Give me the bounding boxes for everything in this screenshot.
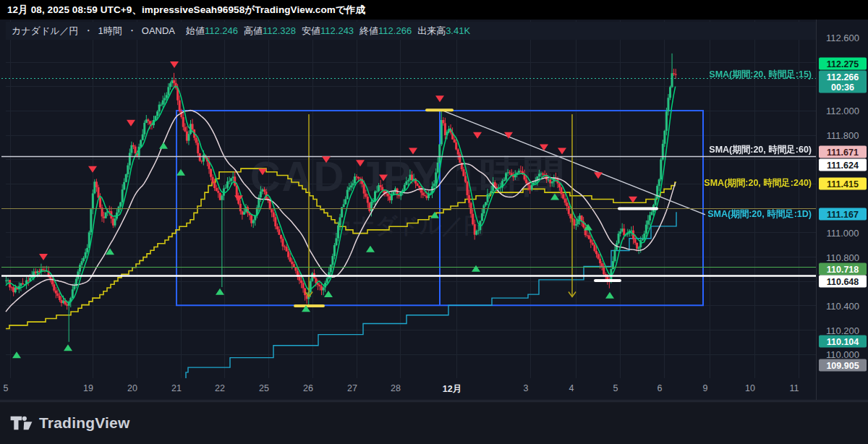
time-axis-tick: 27	[347, 383, 357, 393]
price-axis-tick: 112.600	[817, 33, 868, 43]
time-axis-tick: 5	[613, 383, 618, 393]
price-label-chip: 110.104	[819, 336, 867, 348]
price-axis-tick: 110.400	[817, 301, 868, 312]
sma-indicator-label[interactable]: SMA(期間:20, 時間足:15)	[709, 69, 812, 81]
tradingview-snapshot: 12月 08, 2025 08:59 UTC+9、impressiveSeah9…	[0, 0, 868, 444]
legend-field-value: 112.328	[263, 25, 296, 36]
legend-field-value: 112.243	[320, 25, 354, 36]
sma-indicator-label[interactable]: SMA(期間:20, 時間足:1D)	[707, 208, 812, 221]
time-axis-tick: 21	[171, 383, 182, 393]
price-label-chip: 111.671	[819, 146, 867, 158]
tradingview-logo-icon[interactable]	[10, 415, 33, 431]
legend-separator: ・	[84, 25, 93, 38]
time-axis-tick: 26	[303, 383, 313, 393]
legend-field-label: 出来高	[417, 25, 446, 36]
sma-indicator-label[interactable]: SMA(期間:20, 時間足:60)	[709, 144, 812, 156]
time-axis-tick: 3	[524, 383, 529, 393]
legend-separator: ・	[127, 25, 137, 38]
time-axis-tick: 5	[4, 383, 9, 393]
legend-field-label: 始値	[186, 25, 205, 36]
time-axis-tick: 19	[83, 383, 93, 393]
price-axis[interactable]: 112.600112.000111.800111.000110.800110.4…	[816, 20, 868, 401]
price-axis-tick: 111.000	[817, 228, 868, 239]
time-axis-tick: 4	[569, 383, 574, 393]
price-label-chip: 111.415	[819, 178, 867, 190]
price-axis-tick: 110.800	[817, 252, 868, 263]
price-label-chip: 112.275	[819, 58, 867, 70]
time-axis-tick: 22	[215, 383, 225, 393]
price-label-chip: 111.624	[819, 159, 867, 171]
time-axis[interactable]: 5192021222526272812月345691011	[0, 378, 816, 401]
price-axis-tick: 110.000	[817, 349, 868, 360]
price-label-chip: 110.718	[819, 263, 867, 276]
sma-indicator-label[interactable]: SMA(期間:20, 時間足:240)	[704, 177, 812, 189]
price-axis-tick: 111.800	[817, 130, 868, 141]
legend-field-value: 112.246	[205, 25, 238, 36]
legend-field-label: 安値	[302, 25, 320, 36]
chart-legend[interactable]: カナダドル／円 ・ 1時間 ・ OANDA 始値112.246高値112.328…	[6, 22, 816, 40]
legend-field-value: 3.41K	[446, 25, 470, 36]
price-label-chip: 111.167	[819, 208, 867, 221]
legend-ohlc-fields: 始値112.246高値112.328安値112.243終値112.266出来高3…	[180, 25, 470, 38]
footer-bar: TradingView	[0, 401, 868, 444]
legend-field-label: 終値	[359, 25, 378, 36]
time-axis-tick: 20	[127, 383, 137, 393]
time-axis-tick: 28	[391, 383, 401, 393]
time-axis-tick: 6	[658, 383, 663, 393]
legend-exchange: OANDA	[142, 25, 175, 36]
countdown-timer: 00:36	[819, 82, 867, 92]
axis-separator	[0, 400, 868, 401]
time-axis-tick: 11	[790, 383, 799, 393]
time-axis-tick: 25	[259, 383, 269, 393]
price-axis-tick: 110.200	[817, 325, 868, 336]
price-label-chip: 112.26600:36	[819, 71, 867, 93]
price-chart-canvas[interactable]	[0, 0, 868, 444]
time-axis-tick: 12月	[443, 383, 461, 396]
legend-symbol[interactable]: カナダドル／円	[12, 25, 79, 38]
price-label-chip: 109.905	[819, 359, 867, 372]
legend-interval[interactable]: 1時間	[98, 25, 122, 38]
tradingview-logo-text[interactable]: TradingView	[39, 414, 130, 432]
time-axis-tick: 9	[703, 383, 708, 393]
legend-field-value: 112.266	[378, 25, 412, 36]
price-label-chip: 110.648	[819, 276, 867, 288]
legend-field-label: 高値	[244, 25, 263, 36]
time-axis-tick: 10	[745, 383, 755, 393]
price-axis-tick: 112.000	[817, 106, 868, 116]
